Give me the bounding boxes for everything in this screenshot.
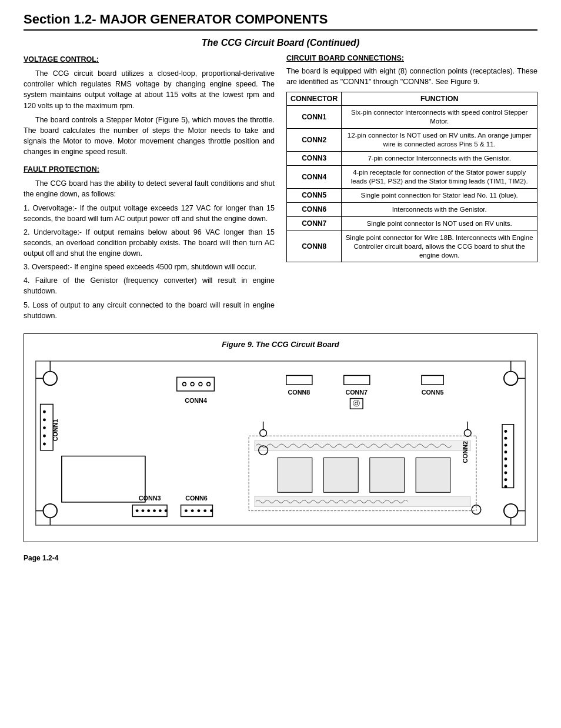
table-row: CONN5 Single point connection for Stator… — [287, 188, 537, 202]
conn6-function: Interconnects with the Genistor. — [342, 202, 537, 216]
page-subtitle: The CCG Circuit Board (Continued) — [24, 38, 537, 48]
conn4-name: CONN4 — [287, 165, 342, 188]
fault-item-4: 4. Failure of the Genistor (frequency co… — [24, 275, 275, 296]
svg-point-59 — [504, 485, 507, 488]
fault-intro: The CCG board has the ability to detect … — [24, 178, 275, 199]
conn3-function: 7-pin connector Interconnects with the G… — [342, 152, 537, 166]
svg-point-34 — [147, 509, 150, 512]
table-row: CONN6 Interconnects with the Genistor. — [287, 202, 537, 216]
conn6-name: CONN6 — [287, 202, 342, 216]
svg-rect-62 — [370, 457, 405, 492]
svg-text:CONN1: CONN1 — [52, 419, 59, 441]
conn7-function: Single point connector Is NOT used on RV… — [342, 216, 537, 231]
svg-text:ⓓ: ⓓ — [353, 399, 360, 407]
svg-point-42 — [197, 509, 200, 512]
section-title: Section 1.2- MAJOR GENERATOR COMPONENTS — [24, 12, 537, 27]
svg-point-58 — [504, 478, 507, 481]
svg-point-6 — [43, 418, 46, 421]
svg-point-8 — [43, 435, 46, 438]
table-header-function: FUNCTION — [342, 92, 537, 106]
main-content: VOLTAGE CONTROL: The CCG circuit board u… — [24, 54, 537, 324]
svg-point-36 — [159, 509, 162, 512]
svg-rect-60 — [278, 457, 312, 492]
left-column: VOLTAGE CONTROL: The CCG circuit board u… — [24, 54, 275, 324]
conn5-function: Single point connection for Stator lead … — [342, 188, 537, 202]
svg-text:CONN7: CONN7 — [345, 389, 368, 396]
svg-point-35 — [153, 509, 156, 512]
fault-list: The CCG board has the ability to detect … — [24, 178, 275, 321]
svg-text:CONN8: CONN8 — [288, 389, 310, 396]
voltage-control-p1: The CCG circuit board utilizes a closed-… — [24, 68, 275, 111]
fault-item-1: 1. Overvoltage:- If the output voltage e… — [24, 203, 275, 224]
conn2-function: 12-pin connector Is NOT used on RV units… — [342, 129, 537, 152]
voltage-control-p2: The board controls a Stepper Motor (Figu… — [24, 115, 275, 158]
circuit-board-intro: The board is equipped with eight (8) con… — [286, 66, 537, 87]
fault-item-3: 3. Overspeed:- If engine speed exceeds 4… — [24, 262, 275, 272]
page-footer: Page 1.2-4 — [24, 554, 537, 562]
fault-protection-section: FAULT PROTECTION: The CCG board has the … — [24, 164, 275, 321]
figure-box: Figure 9. The CCG Circuit Board CONN1 CO… — [24, 333, 537, 542]
svg-text:CONN5: CONN5 — [422, 389, 444, 396]
table-row: CONN7 Single point connector Is NOT used… — [287, 216, 537, 231]
connector-table: CONNECTOR FUNCTION CONN1 Six-pin connect… — [286, 92, 537, 262]
svg-point-54 — [504, 450, 507, 453]
table-row: CONN8 Single point connector for Wire 18… — [287, 231, 537, 262]
conn4-function: 4-pin receptacle for connection of the S… — [342, 165, 537, 188]
svg-point-9 — [43, 442, 46, 445]
circuit-board-diagram: CONN1 CONN4 CONN8 CONN7 ⓓ CONN5 — [30, 353, 531, 536]
svg-point-57 — [504, 471, 507, 474]
conn7-name: CONN7 — [287, 216, 342, 231]
svg-text:CONN6: CONN6 — [185, 495, 208, 502]
svg-point-33 — [141, 509, 144, 512]
svg-text:CONN3: CONN3 — [139, 495, 161, 502]
conn2-name: CONN2 — [287, 129, 342, 152]
svg-rect-63 — [416, 457, 450, 492]
table-row: CONN4 4-pin receptacle for connection of… — [287, 165, 537, 188]
svg-point-5 — [43, 410, 46, 413]
table-row: CONN1 Six-pin connector Interconnects wi… — [287, 106, 537, 129]
svg-rect-47 — [255, 440, 470, 451]
svg-rect-64 — [255, 496, 470, 507]
table-row: CONN2 12-pin connector Is NOT used on RV… — [287, 129, 537, 152]
svg-rect-61 — [323, 457, 358, 492]
circuit-board-connections-label: CIRCUIT BOARD CONNECTIONS: — [286, 54, 537, 62]
conn1-name: CONN1 — [287, 106, 342, 129]
fault-protection-label: FAULT PROTECTION: — [24, 164, 275, 175]
svg-point-56 — [504, 465, 507, 467]
svg-point-43 — [203, 509, 206, 512]
conn5-name: CONN5 — [287, 188, 342, 202]
page-number: Page 1.2-4 — [24, 554, 58, 562]
svg-point-41 — [191, 509, 194, 512]
svg-point-55 — [504, 457, 507, 460]
conn3-name: CONN3 — [287, 152, 342, 166]
svg-point-7 — [43, 426, 46, 429]
svg-point-32 — [136, 509, 139, 512]
fault-item-2: 2. Undervoltage:- If output remains belo… — [24, 227, 275, 259]
svg-point-53 — [504, 443, 507, 446]
svg-point-37 — [165, 509, 168, 512]
right-column: CIRCUIT BOARD CONNECTIONS: The board is … — [286, 54, 537, 324]
conn8-name: CONN8 — [287, 231, 342, 262]
table-header-connector: CONNECTOR — [287, 92, 342, 106]
svg-point-52 — [504, 437, 507, 440]
table-row: CONN3 7-pin connector Interconnects with… — [287, 152, 537, 166]
conn1-function: Six-pin connector Interconnects with spe… — [342, 106, 537, 129]
svg-point-51 — [504, 430, 507, 433]
svg-point-40 — [185, 509, 188, 512]
svg-text:CONN2: CONN2 — [462, 441, 469, 463]
fault-item-5: 5. Loss of output to any circuit connect… — [24, 300, 275, 321]
figure-caption: Figure 9. The CCG Circuit Board — [30, 340, 531, 349]
svg-text:CONN4: CONN4 — [185, 396, 207, 403]
section-header: Section 1.2- MAJOR GENERATOR COMPONENTS — [24, 12, 537, 31]
svg-point-44 — [210, 509, 213, 512]
conn8-function: Single point connector for Wire 18B. Int… — [342, 231, 537, 262]
voltage-control-label: VOLTAGE CONTROL: — [24, 54, 275, 65]
